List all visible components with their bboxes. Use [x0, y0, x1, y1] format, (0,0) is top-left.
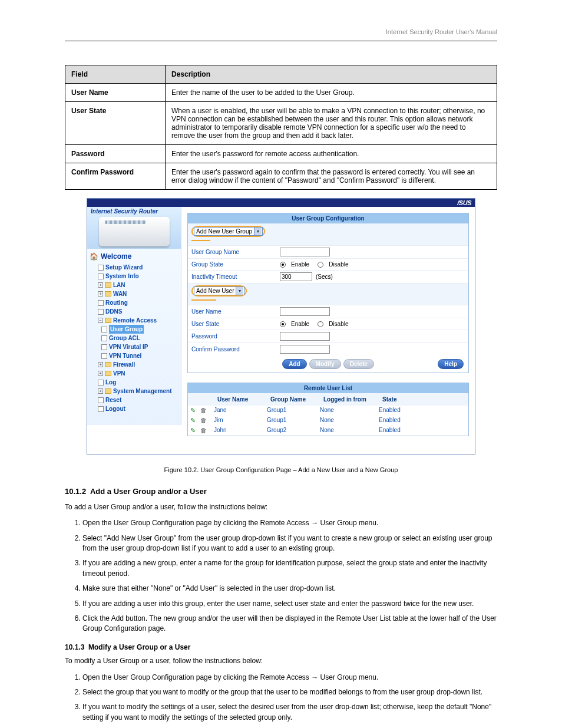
- folder-icon: [105, 318, 111, 323]
- label-group-name: User Group Name: [188, 247, 276, 257]
- step: Open the User Group Configuration page b…: [82, 518, 497, 528]
- step: If you are adding a new group, enter a n…: [82, 558, 497, 579]
- user-enable-radio[interactable]: [280, 321, 286, 327]
- edit-icon[interactable]: ✎: [190, 427, 196, 434]
- chevron-down-icon: ▾: [254, 228, 262, 235]
- modify-button[interactable]: Modify: [309, 359, 341, 369]
- expand-icon[interactable]: +: [98, 282, 103, 288]
- defs-row-0-field: User Name: [65, 84, 166, 102]
- list-title: Remote User List: [188, 383, 468, 393]
- callout-line: [191, 240, 210, 241]
- nav-routing[interactable]: Routing: [98, 298, 178, 307]
- list-row: ✎🗑 John Group2 None Enabled: [188, 426, 468, 436]
- folder-icon: [105, 291, 111, 297]
- user-group-dropdown[interactable]: Add New User Group ▾: [194, 227, 263, 236]
- nav-reset[interactable]: Reset: [98, 396, 178, 404]
- expand-icon[interactable]: +: [98, 388, 103, 394]
- confirm-password-input[interactable]: [280, 345, 330, 354]
- nav-ddns[interactable]: DDNS: [98, 307, 178, 316]
- label-user-name: User Name: [188, 307, 276, 317]
- nav-firewall[interactable]: +Firewall: [98, 360, 178, 369]
- defs-head-desc: Description: [166, 65, 497, 84]
- field-description-table: Field Description User Name Enter the na…: [65, 65, 497, 190]
- edit-icon[interactable]: ✎: [190, 417, 196, 424]
- page-icon: [98, 265, 104, 271]
- label-group-state: Group State: [188, 259, 276, 269]
- expand-icon[interactable]: +: [98, 362, 103, 367]
- user-disable-radio[interactable]: [318, 321, 323, 327]
- expand-icon[interactable]: +: [98, 371, 103, 376]
- nav-vpn[interactable]: +VPN: [98, 369, 178, 378]
- password-input[interactable]: [280, 332, 330, 341]
- delete-icon[interactable]: 🗑: [200, 427, 207, 434]
- user-dropdown[interactable]: Add New User ▾: [194, 286, 244, 295]
- banner-title: Internet Security Router: [91, 208, 177, 215]
- defs-row-3-field: Confirm Password: [65, 163, 166, 190]
- nav-vpn-tunnel[interactable]: VPN Tunnel: [101, 351, 178, 360]
- collapse-icon[interactable]: −: [98, 318, 103, 323]
- brand-logo: /SUS: [457, 199, 471, 206]
- step: If you want to modify the settings of a …: [82, 702, 497, 723]
- folder-icon: [105, 282, 111, 288]
- user-name-input[interactable]: [280, 307, 330, 316]
- group-disable-radio[interactable]: [318, 262, 323, 268]
- nav-setup-wizard[interactable]: Setup Wizard: [98, 263, 178, 272]
- nav-group-acl[interactable]: Group ACL: [101, 334, 178, 342]
- nav-lan[interactable]: +LAN: [98, 281, 178, 289]
- intro-2: To modify a User Group or a user, follow…: [65, 656, 497, 666]
- step: Select "Add New User Group" from the use…: [82, 533, 497, 554]
- step: Click the Add button. The new group and/…: [82, 614, 497, 634]
- nav-log[interactable]: Log: [98, 378, 178, 387]
- step: Select the group that you want to modify…: [82, 687, 497, 697]
- remote-user-list-panel: Remote User List User Name Group Name Lo…: [187, 383, 469, 436]
- callout-line: [191, 299, 216, 301]
- expand-icon[interactable]: +: [98, 291, 103, 297]
- timeout-input[interactable]: [280, 272, 312, 281]
- defs-row-1-field: User State: [65, 102, 166, 145]
- edit-icon[interactable]: ✎: [190, 407, 196, 414]
- page-icon: [98, 380, 104, 386]
- delete-icon[interactable]: 🗑: [200, 407, 207, 414]
- add-button[interactable]: Add: [282, 359, 306, 369]
- subsection-heading: 10.1.3 Modify a User Group or a User: [65, 643, 497, 653]
- help-button[interactable]: Help: [438, 359, 464, 369]
- page-icon: [98, 309, 104, 315]
- defs-row-2-desc: Enter the user's password for remote acc…: [166, 145, 497, 163]
- banner: Internet Security Router: [87, 207, 181, 249]
- delete-button[interactable]: Delete: [343, 359, 374, 369]
- nav-remote-access[interactable]: −Remote Access: [98, 316, 178, 325]
- section-heading: 10.1.2 Add a User Group and/or a User: [65, 486, 497, 498]
- defs-row-3-desc: Enter the user's password again to confi…: [166, 163, 497, 190]
- label-inactivity-timeout: Inactivity Timeout: [188, 272, 276, 282]
- secs-label: (Secs): [316, 274, 333, 280]
- group-enable-radio[interactable]: [280, 262, 286, 268]
- figure-caption: Figure 10.2. User Group Configuration Pa…: [65, 466, 497, 473]
- page-icon: [101, 344, 107, 350]
- nav-logout[interactable]: Logout: [98, 404, 178, 413]
- panel-title: User Group Configuration: [188, 213, 468, 223]
- nav-user-group[interactable]: User Group: [101, 325, 178, 334]
- page-icon: [101, 353, 107, 359]
- chevron-down-icon: ▾: [236, 287, 243, 295]
- nav-wan[interactable]: +WAN: [98, 289, 178, 298]
- step: Make sure that either "None" or "Add Use…: [82, 584, 497, 594]
- group-name-input[interactable]: [280, 248, 330, 256]
- col-from: Logged in from: [321, 395, 380, 404]
- screenshot: /SUS Internet Security Router 🏠 Welcome …: [87, 198, 475, 454]
- list-row: ✎🗑 Jane Group1 None Enabled: [188, 406, 468, 416]
- nav-welcome[interactable]: 🏠 Welcome: [90, 252, 178, 261]
- nav-system-info[interactable]: System Info: [98, 272, 178, 281]
- home-icon: 🏠: [90, 252, 98, 261]
- defs-row-2-field: Password: [65, 145, 166, 163]
- dropdown-text: Add New User: [196, 288, 234, 294]
- page-icon: [98, 300, 104, 306]
- nav-vpn-virtual-ip[interactable]: VPN Virutal IP: [101, 342, 178, 351]
- label-confirm-password: Confirm Password: [188, 344, 276, 354]
- delete-icon[interactable]: 🗑: [200, 417, 207, 424]
- page-icon: [98, 397, 104, 403]
- folder-icon: [105, 371, 111, 376]
- nav-system-management[interactable]: +System Management: [98, 387, 178, 396]
- list-row: ✎🗑 Jim Group1 None Enabled: [188, 416, 468, 426]
- router-image: [99, 217, 170, 246]
- intro-1: To add a User Group and/or a user, follo…: [65, 502, 497, 512]
